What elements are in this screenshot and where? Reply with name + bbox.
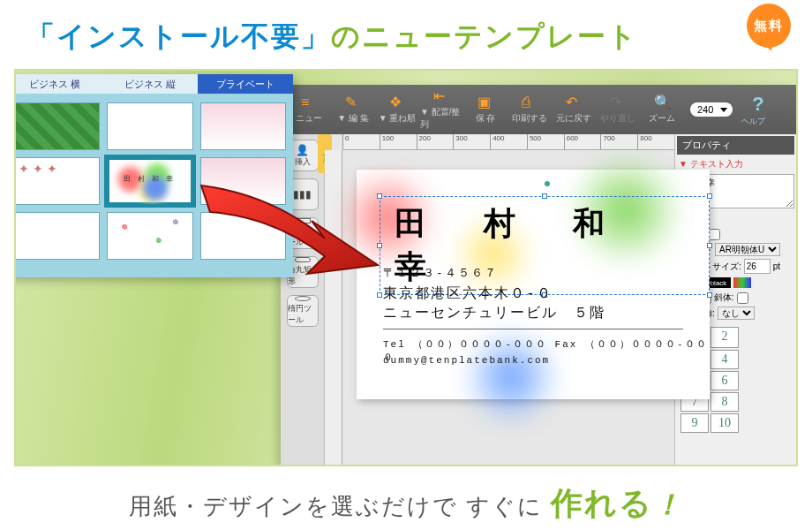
- numpad-2[interactable]: 2: [710, 327, 739, 348]
- footer-lead: 用紙・デザインを選ぶだけで すぐに: [129, 493, 543, 519]
- template-thumb-selected[interactable]: 田 村 和 幸: [107, 157, 192, 205]
- toolbar: ≡ニュー ✎▼ 編 集 ❖▼ 重ね順 ⇤▼ 配置/整列 ▣保 存 ⎙印刷する ↶…: [281, 85, 796, 134]
- numpad-10[interactable]: 10: [710, 413, 739, 433]
- headline-part2: ニューテンプレート: [362, 20, 638, 52]
- thumb-name: 田 村 和 幸: [115, 174, 184, 184]
- tb-undo-label: 元に戻す: [556, 112, 591, 125]
- footer: 用紙・デザインを選ぶだけで すぐに 作れる！: [0, 466, 812, 526]
- picker-tab-0[interactable]: ビジネス 横: [14, 74, 102, 94]
- ruler-mark: 600: [564, 134, 601, 149]
- template-thumb[interactable]: [14, 102, 100, 150]
- template-thumb[interactable]: [14, 157, 100, 205]
- picker-tab-1[interactable]: ビジネス 縦: [102, 74, 198, 94]
- align-icon: ⇤: [433, 88, 449, 104]
- ruler-mark: 500: [527, 134, 564, 149]
- italic-label: 斜体:: [714, 292, 734, 304]
- tb-edit[interactable]: ✎▼ 編 集: [332, 95, 374, 125]
- tb-edit-label: ▼ 編 集: [337, 112, 368, 125]
- rotate-handle[interactable]: [545, 181, 550, 186]
- card-address-1[interactable]: 東京都港区六本木０‐０: [383, 284, 553, 303]
- tool-insert-label: 挿入: [295, 156, 311, 168]
- template-thumb[interactable]: [200, 212, 286, 260]
- headline-joiner: の: [331, 20, 362, 52]
- numpad-4[interactable]: 4: [710, 350, 739, 369]
- tb-menu-label: ニュー: [296, 112, 322, 125]
- tb-help[interactable]: ? ヘルプ: [741, 93, 765, 127]
- resize-handle[interactable]: [377, 292, 382, 298]
- tb-redo[interactable]: ↷やり直し: [597, 95, 639, 125]
- rrect-icon: [295, 257, 311, 262]
- picker-tabs: ビジネス 横 ビジネス 縦 プライベート: [14, 74, 293, 94]
- tb-help-label: ヘルプ: [741, 116, 765, 127]
- canvas-area[interactable]: ール 0100200300400500600700800 田 村 和 幸 〒: [325, 134, 674, 465]
- tb-undo[interactable]: ↶元に戻す: [553, 95, 595, 125]
- undo-icon: ↶: [566, 95, 582, 110]
- vertical-checkbox[interactable]: [709, 229, 720, 240]
- redo-icon: ↷: [610, 95, 626, 110]
- resize-handle[interactable]: [377, 243, 382, 248]
- resize-handle[interactable]: [707, 243, 712, 248]
- layers-icon: ❖: [389, 95, 405, 110]
- zoom-select[interactable]: 240: [690, 102, 733, 117]
- ellipse-icon: [295, 296, 311, 301]
- color-swatch[interactable]: black: [706, 277, 731, 288]
- fontsize-input[interactable]: [744, 259, 771, 274]
- headline: 「インストール不要」のニューテンプレート 無料: [0, 0, 812, 69]
- ruler-mark: 200: [417, 134, 454, 149]
- card-email[interactable]: dummy@tenplatebank.com: [383, 355, 550, 366]
- resize-handle[interactable]: [707, 193, 712, 199]
- template-thumb[interactable]: [107, 102, 192, 150]
- tb-save[interactable]: ▣保 存: [464, 95, 507, 125]
- template-picker: ビジネス 横 ビジネス 縦 プライベート 田 村 和 幸: [14, 74, 293, 277]
- properties-header: プロパティ: [677, 136, 794, 155]
- ruler-mark: 100: [380, 134, 417, 149]
- editor-body: 👤挿入 ▮▮▮ 矩形ツール 角丸矩形 楕円ツール ール 010020030040…: [281, 134, 796, 465]
- headline-part1: 「インストール不要」: [26, 20, 331, 52]
- picker-tab-2[interactable]: プライベート: [198, 74, 293, 94]
- tb-layers-label: ▼ 重ね順: [379, 112, 417, 125]
- ruler-mark: 400: [490, 134, 527, 149]
- tb-menu[interactable]: ≡ニュー: [288, 95, 330, 125]
- template-thumb[interactable]: [14, 212, 100, 260]
- app-frame: ≡ニュー ✎▼ 編 集 ❖▼ 重ね順 ⇤▼ 配置/整列 ▣保 存 ⎙印刷する ↶…: [14, 69, 798, 466]
- card-address-2[interactable]: ニューセンチュリービル ５階: [383, 304, 605, 322]
- business-card[interactable]: 田 村 和 幸 〒１２３‐４５６７ 東京都港区六本木０‐０ ニューセンチュリービ…: [357, 170, 710, 399]
- italic-checkbox[interactable]: [737, 292, 748, 304]
- edit-icon: ✎: [345, 95, 361, 110]
- resize-handle[interactable]: [542, 193, 547, 199]
- tb-align[interactable]: ⇤▼ 配置/整列: [420, 88, 462, 131]
- template-thumb[interactable]: [200, 102, 286, 150]
- numpad-6[interactable]: 6: [710, 371, 739, 390]
- tb-print[interactable]: ⎙印刷する: [508, 95, 551, 125]
- ruler-mark: 700: [600, 134, 637, 149]
- color-gradient-icon[interactable]: [733, 277, 751, 288]
- print-icon: ⎙: [522, 95, 538, 110]
- editor-window: ≡ニュー ✎▼ 編 集 ❖▼ 重ね順 ⇤▼ 配置/整列 ▣保 存 ⎙印刷する ↶…: [281, 85, 796, 465]
- zoom-icon: 🔍: [654, 95, 670, 110]
- font-select[interactable]: AR明朝体U: [715, 243, 780, 256]
- tb-zoom-label: ズーム: [649, 112, 675, 125]
- insert-icon: 👤: [296, 144, 309, 156]
- help-icon: ?: [752, 93, 763, 116]
- template-thumb[interactable]: [200, 157, 286, 205]
- picker-grid: 田 村 和 幸: [14, 94, 293, 269]
- tb-print-label: 印刷する: [512, 112, 547, 125]
- numpad-8[interactable]: 8: [710, 392, 739, 412]
- template-thumb[interactable]: [107, 212, 192, 260]
- tb-save-label: 保 存: [476, 112, 496, 125]
- card-zip[interactable]: 〒１２３‐４５６７: [383, 265, 498, 281]
- rect-icon: [295, 218, 311, 223]
- resize-handle[interactable]: [377, 193, 382, 199]
- menu-icon: ≡: [301, 95, 317, 110]
- footer-exclaim: ！: [653, 488, 683, 520]
- tool-ellipse[interactable]: 楕円ツール: [287, 295, 319, 327]
- ruler-horizontal: 0100200300400500600700800: [342, 134, 674, 150]
- tb-align-label: ▼ 配置/整列: [420, 106, 462, 131]
- tb-redo-label: やり直し: [600, 112, 635, 125]
- resize-handle[interactable]: [707, 292, 712, 298]
- tb-layers[interactable]: ❖▼ 重ね順: [376, 95, 418, 125]
- numpad-9[interactable]: 9: [680, 413, 709, 433]
- tb-zoom[interactable]: 🔍ズーム: [641, 95, 683, 125]
- tool-ellipse-label: 楕円ツール: [288, 303, 318, 326]
- decoration-select[interactable]: なし: [718, 307, 755, 320]
